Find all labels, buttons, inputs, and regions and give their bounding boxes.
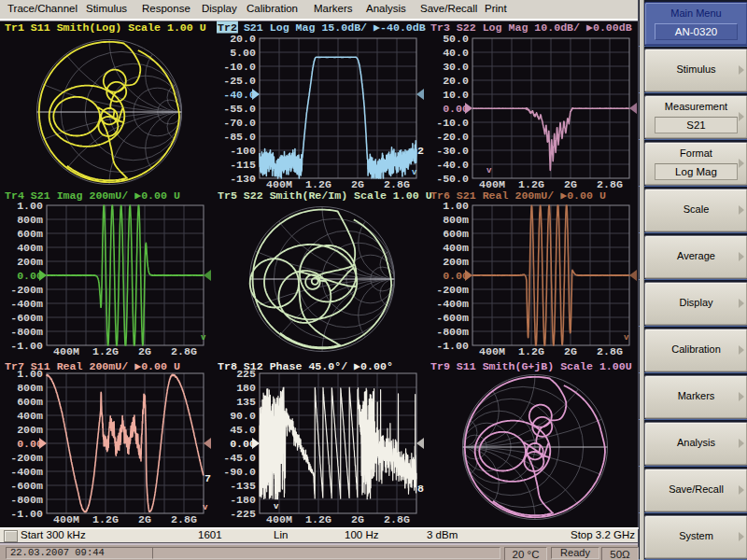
svg-text:200m: 200m	[17, 256, 43, 268]
svg-text:-100: -100	[230, 145, 256, 157]
svg-text:-400m: -400m	[10, 466, 43, 478]
svg-text:v: v	[201, 333, 206, 343]
svg-text:2G: 2G	[138, 345, 151, 357]
svg-text:0.00: 0.00	[17, 438, 43, 450]
svg-text:2G: 2G	[351, 513, 364, 525]
svg-text:2.8G: 2.8G	[384, 513, 410, 525]
svg-text:Tr1 S11 Smith(Log) Scale 1.00: Tr1 S11 Smith(Log) Scale 1.00 U	[5, 21, 206, 34]
svg-text:1.2G: 1.2G	[92, 345, 119, 357]
svg-text:-600m: -600m	[10, 480, 43, 492]
svg-text:-180: -180	[230, 494, 256, 506]
svg-text:-1.00: -1.00	[436, 340, 469, 352]
svg-text:-800m: -800m	[436, 326, 469, 338]
svg-text:400M: 400M	[53, 345, 79, 357]
svg-text:1.00: 1.00	[17, 368, 43, 380]
svg-text:-800m: -800m	[10, 326, 43, 338]
svg-text:0.00: 0.00	[230, 438, 256, 450]
svg-text:200m: 200m	[17, 424, 43, 436]
svg-text:-1.00: -1.00	[10, 508, 43, 520]
svg-text:-115: -115	[230, 159, 256, 171]
svg-text:600m: 600m	[443, 228, 469, 240]
svg-text:2.8G: 2.8G	[171, 345, 197, 357]
svg-text:1.2G: 1.2G	[305, 513, 331, 525]
svg-text:1.00: 1.00	[443, 200, 469, 212]
svg-text:0.00: 0.00	[443, 270, 469, 282]
svg-text:-50.0: -50.0	[436, 173, 469, 185]
svg-text:-200m: -200m	[436, 284, 469, 296]
svg-text:-85.0: -85.0	[223, 131, 256, 143]
svg-text:-225: -225	[230, 508, 256, 520]
svg-text:1.00: 1.00	[17, 200, 43, 212]
svg-text:2.8G: 2.8G	[597, 345, 623, 357]
svg-text:0.00: 0.00	[17, 270, 43, 282]
svg-text:v: v	[412, 168, 417, 177]
svg-text:-55.0: -55.0	[223, 103, 256, 115]
svg-text:20.0: 20.0	[230, 33, 256, 45]
svg-text:90.0: 90.0	[230, 410, 256, 422]
svg-text:50.0: 50.0	[443, 33, 469, 45]
svg-text:-400m: -400m	[10, 298, 43, 310]
svg-text:-1.00: -1.00	[10, 340, 43, 352]
svg-text:180: 180	[236, 382, 256, 394]
svg-text:-40.0: -40.0	[436, 159, 469, 171]
svg-text:600m: 600m	[17, 396, 43, 408]
svg-text:8: 8	[417, 483, 424, 495]
svg-text:5.00: 5.00	[230, 47, 256, 59]
svg-text:10.0: 10.0	[443, 89, 469, 101]
svg-text:-70.0: -70.0	[223, 117, 256, 129]
svg-text:-30.0: -30.0	[436, 145, 469, 157]
svg-text:S21 Log Mag 15.0dB/ ▶-40.0dB: S21 Log Mag 15.0dB/ ▶-40.0dB	[244, 21, 426, 34]
svg-text:2: 2	[417, 145, 424, 157]
svg-text:400m: 400m	[17, 242, 43, 254]
svg-text:400m: 400m	[17, 410, 43, 422]
svg-text:-200m: -200m	[10, 452, 43, 464]
svg-text:-90.0: -90.0	[223, 466, 256, 478]
svg-text:v: v	[624, 333, 629, 343]
svg-text:-45.0: -45.0	[223, 452, 256, 464]
svg-text:Tr2: Tr2	[218, 21, 237, 34]
svg-text:-25.0: -25.0	[223, 75, 256, 87]
svg-text:-130: -130	[230, 173, 256, 185]
svg-text:225: 225	[236, 368, 256, 380]
svg-text:800m: 800m	[17, 382, 43, 394]
svg-text:1.2G: 1.2G	[518, 345, 544, 357]
svg-text:v: v	[486, 166, 492, 175]
svg-text:400M: 400M	[479, 345, 505, 357]
svg-text:-10.0: -10.0	[436, 117, 469, 129]
svg-text:0.00: 0.00	[443, 103, 469, 115]
svg-text:-10.0: -10.0	[223, 61, 256, 73]
svg-text:800m: 800m	[17, 214, 43, 226]
svg-text:-600m: -600m	[10, 312, 43, 324]
svg-text:200m: 200m	[443, 256, 469, 268]
svg-text:7: 7	[204, 472, 211, 484]
svg-text:400M: 400M	[266, 513, 292, 525]
svg-text:30.0: 30.0	[443, 61, 469, 73]
svg-text:Tr9 S11 Smith(G+jB) Scale 1.00: Tr9 S11 Smith(G+jB) Scale 1.00U	[430, 360, 632, 372]
svg-text:400m: 400m	[443, 242, 469, 254]
svg-text:-200m: -200m	[10, 284, 43, 296]
svg-text:135: 135	[236, 396, 256, 408]
svg-text:-400m: -400m	[436, 298, 469, 310]
svg-text:1.2G: 1.2G	[92, 513, 119, 525]
svg-text:2.8G: 2.8G	[171, 513, 197, 525]
svg-text:2G: 2G	[564, 345, 577, 357]
svg-text:45.0: 45.0	[230, 424, 256, 436]
svg-text:2G: 2G	[138, 513, 151, 525]
svg-text:-600m: -600m	[436, 312, 469, 324]
svg-text:40.0: 40.0	[443, 47, 469, 59]
svg-text:-800m: -800m	[10, 494, 43, 506]
svg-text:20.0: 20.0	[443, 75, 469, 87]
svg-text:v: v	[203, 503, 208, 512]
svg-text:400M: 400M	[53, 513, 79, 525]
svg-text:-20.0: -20.0	[436, 131, 469, 143]
svg-text:-135: -135	[230, 480, 256, 492]
svg-text:Tr5 S22 Smith(Re/Im) Scale 1.0: Tr5 S22 Smith(Re/Im) Scale 1.00 U	[218, 189, 432, 202]
svg-text:800m: 800m	[443, 214, 469, 226]
svg-text:-40.0: -40.0	[223, 89, 256, 101]
svg-text:Tr3 S22 Log Mag 10.0dB/ ▶0.00d: Tr3 S22 Log Mag 10.0dB/ ▶0.00dB	[430, 21, 632, 34]
svg-text:600m: 600m	[17, 228, 43, 240]
svg-text:v: v	[274, 502, 279, 511]
